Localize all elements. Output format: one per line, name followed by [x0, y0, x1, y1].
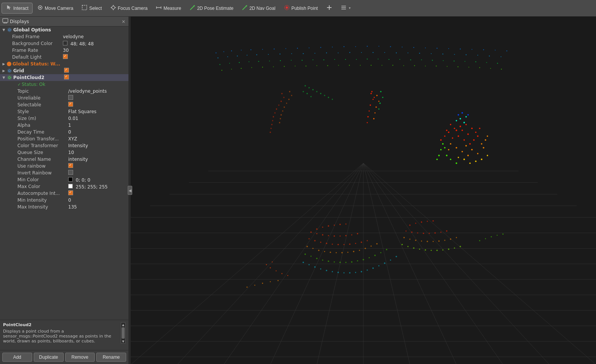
svg-point-311	[339, 261, 341, 263]
svg-rect-22	[3, 19, 8, 22]
svg-point-273	[316, 233, 318, 234]
move-camera-button[interactable]: Move Camera	[33, 3, 77, 13]
svg-point-99	[372, 52, 373, 53]
autocompute-checkbox[interactable]	[68, 190, 73, 195]
svg-point-113	[239, 62, 239, 63]
background-color-value: 48; 48; 48	[61, 41, 127, 47]
color-transformer-label: Color Transformer	[17, 143, 67, 148]
max-color-value: 255; 255; 255	[67, 184, 127, 190]
svg-point-217	[461, 151, 463, 152]
svg-point-15	[286, 6, 288, 9]
svg-point-213	[446, 130, 447, 131]
collapse-panel-arrow[interactable]: ◀	[128, 186, 132, 195]
svg-point-207	[450, 124, 451, 125]
use-rainbow-row[interactable]: Use rainbow	[0, 163, 128, 170]
grid-row[interactable]: Grid	[0, 67, 128, 74]
pointcloud2-row[interactable]: PointCloud2	[0, 74, 128, 81]
svg-point-309	[328, 260, 329, 262]
unreliable-row[interactable]: Unreliable	[0, 95, 128, 101]
queue-size-row: Queue Size 10	[0, 149, 128, 156]
close-displays-button[interactable]: ×	[121, 19, 126, 24]
svg-point-353	[421, 241, 422, 242]
svg-point-100	[384, 52, 385, 53]
add-display-button[interactable]	[322, 3, 336, 13]
svg-point-139	[231, 69, 232, 70]
autocompute-value	[67, 190, 127, 196]
svg-point-134	[465, 61, 465, 62]
svg-point-360	[401, 244, 403, 245]
svg-point-245	[456, 120, 457, 121]
svg-point-240	[438, 155, 440, 156]
pointcloud2-checkbox[interactable]	[64, 75, 69, 79]
svg-point-97	[349, 52, 350, 53]
scroll-down-arrow[interactable]: ▼	[121, 339, 125, 343]
duplicate-button[interactable]: Duplicate	[34, 353, 64, 362]
nav-goal-button[interactable]: 2D Nav Goal	[238, 3, 279, 13]
svg-point-254	[367, 122, 368, 123]
default-light-row[interactable]: Default Light	[0, 54, 128, 61]
focus-camera-icon	[110, 5, 116, 12]
svg-point-72	[367, 46, 368, 47]
remove-button[interactable]: Remove	[65, 353, 95, 362]
svg-point-81	[472, 49, 472, 50]
scroll-thumb[interactable]	[122, 327, 125, 339]
menu-button[interactable]: ▼	[337, 3, 355, 13]
min-color-row[interactable]: Min Color 0; 0; 0	[0, 176, 128, 183]
svg-point-244	[463, 122, 465, 123]
scroll-up-arrow[interactable]: ▲	[121, 323, 125, 327]
svg-point-352	[415, 240, 416, 241]
svg-point-165	[282, 93, 283, 94]
select-icon	[81, 5, 88, 12]
3d-viewport[interactable]	[131, 17, 596, 364]
select-button[interactable]: Select	[78, 3, 105, 13]
grid-checkbox[interactable]	[64, 68, 69, 73]
svg-point-75	[402, 47, 402, 47]
style-value: Flat Squares	[67, 109, 127, 114]
background-color-row[interactable]: Background Color 48; 48; 48	[0, 40, 128, 47]
global-status-row[interactable]: Global Status: W...	[0, 61, 128, 67]
svg-point-366	[436, 250, 438, 251]
publish-point-button[interactable]: Publish Point	[280, 3, 322, 13]
selectable-value	[67, 102, 127, 108]
selectable-row[interactable]: Selectable	[0, 101, 128, 108]
svg-point-292	[307, 246, 308, 247]
svg-point-121	[323, 59, 324, 60]
svg-point-74	[390, 46, 391, 47]
default-light-checkbox[interactable]	[63, 54, 68, 59]
3d-scene-svg	[131, 17, 596, 364]
svg-point-357	[444, 240, 445, 241]
unreliable-checkbox[interactable]	[68, 95, 73, 100]
use-rainbow-checkbox[interactable]	[68, 163, 73, 168]
channel-name-row: Channel Name intensity	[0, 156, 128, 163]
autocompute-row[interactable]: Autocompute Int...	[0, 190, 128, 197]
move-camera-icon	[37, 5, 43, 12]
svg-point-323	[320, 268, 321, 269]
invert-rainbow-checkbox[interactable]	[68, 170, 73, 175]
svg-point-126	[378, 59, 379, 59]
svg-point-200	[458, 135, 459, 137]
invert-rainbow-row[interactable]: Invert Rainbow	[0, 170, 128, 176]
rename-button[interactable]: Rename	[96, 353, 126, 362]
global-options-row[interactable]: Global Options	[0, 26, 128, 33]
svg-point-208	[471, 128, 472, 129]
pose-estimate-button[interactable]: 2D Pose Estimate	[186, 3, 237, 13]
svg-point-137	[497, 63, 498, 64]
selectable-checkbox[interactable]	[68, 102, 73, 107]
add-button[interactable]: Add	[2, 353, 32, 362]
svg-point-343	[411, 232, 413, 233]
pointcloud2-icon	[7, 75, 12, 80]
svg-point-315	[363, 259, 364, 260]
queue-size-label: Queue Size	[17, 150, 67, 155]
measure-button[interactable]: Measure	[152, 3, 185, 13]
max-color-row[interactable]: Max Color 255; 255; 255	[0, 183, 128, 190]
min-color-swatch	[68, 177, 73, 182]
svg-point-376	[272, 261, 273, 263]
default-light-value	[61, 54, 127, 60]
publish-point-icon	[284, 5, 290, 12]
focus-camera-button[interactable]: Focus Camera	[106, 3, 152, 13]
svg-point-127	[388, 59, 389, 60]
svg-point-322	[314, 266, 316, 268]
svg-point-303	[371, 246, 372, 247]
interact-button[interactable]: Interact	[2, 3, 33, 14]
svg-point-375	[266, 264, 267, 265]
